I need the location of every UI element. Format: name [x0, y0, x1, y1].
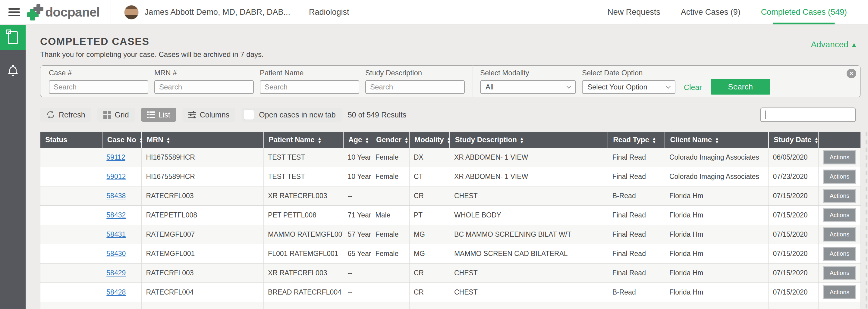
actions-button[interactable]: Actions [823, 208, 857, 222]
actions-button[interactable]: Actions [823, 285, 857, 299]
column-header-client-name[interactable]: Client Name▲▼ [665, 132, 769, 148]
actions-cell: Actions [818, 264, 861, 283]
column-header-actions [818, 132, 861, 148]
study-date-cell: 07/15/2020 [769, 206, 818, 225]
column-header-mrn[interactable]: MRN▲▼ [142, 132, 264, 148]
study-description-cell: WHOLE BODY [450, 206, 608, 225]
actions-button[interactable]: Actions [823, 247, 857, 261]
sidebar-item-cases[interactable] [0, 25, 26, 50]
case-number-link[interactable]: 58428 [106, 288, 126, 296]
patient-name-cell: MAMMO RATEMGFL007 [264, 225, 343, 244]
patient-name-cell: TEST TEST [264, 167, 343, 186]
refresh-button[interactable]: Refresh [40, 108, 91, 122]
grid-label: Grid [115, 110, 129, 119]
toolbar: Refresh Grid List Columns Open cases in … [40, 107, 861, 122]
mrn-cell: RATECRFL003 [142, 186, 264, 206]
case-number-link[interactable]: 58438 [106, 192, 126, 200]
case-number-link[interactable]: 58432 [106, 211, 126, 219]
column-header-case-no[interactable]: Case No▲▼ [102, 132, 142, 148]
column-header-modality[interactable]: Modality▲▼ [409, 132, 450, 148]
actions-button[interactable]: Actions [823, 266, 857, 280]
read-type-cell: B-Read [608, 283, 665, 302]
open-new-tab-option[interactable]: Open cases in new tab [241, 108, 341, 122]
status-cell [40, 264, 102, 283]
client-name-cell: Florida Hm [665, 283, 769, 302]
nav-new-requests[interactable]: New Requests [597, 0, 671, 24]
actions-button[interactable]: Actions [823, 189, 857, 203]
case-number-cell: 58428 [102, 283, 142, 302]
main-content: COMPLETED CASES Thank you for completing… [26, 25, 868, 309]
column-header-patient-name[interactable]: Patient Name▲▼ [264, 132, 343, 148]
date-option-select[interactable]: Select Your Option [582, 80, 675, 94]
read-type-cell: Final Read [608, 206, 665, 225]
study-date-cell: 07/15/2020 [769, 186, 818, 206]
case-number-link[interactable]: 59012 [106, 173, 126, 180]
grid-view-button[interactable]: Grid [97, 108, 135, 122]
modality-selected-value: All [486, 83, 494, 91]
user-block: James Abbott Demo, MD, DABR, DAB... Radi… [124, 5, 349, 20]
column-label: Case No [107, 136, 136, 144]
modality-cell: PT [409, 206, 450, 225]
read-type-cell: Final Read [608, 244, 665, 264]
clear-filters-link[interactable]: Clear [684, 83, 702, 92]
actions-button[interactable]: Actions [823, 170, 857, 184]
sort-icon: ▲▼ [521, 137, 523, 144]
column-header-study-description[interactable]: Study Description▲▼ [450, 132, 608, 148]
gender-cell [371, 283, 409, 302]
filter-group-mrn: MRN # [154, 69, 254, 94]
case-number-link[interactable]: 58430 [106, 250, 126, 258]
study-description-cell: CHEST [450, 264, 608, 283]
user-name[interactable]: James Abbott Demo, MD, DABR, DAB... [145, 7, 290, 17]
filter-search-button[interactable]: Search [711, 79, 770, 95]
study-description-input[interactable] [365, 80, 465, 94]
modality-select[interactable]: All [480, 80, 576, 94]
nav-active-cases[interactable]: Active Cases (9) [671, 0, 751, 24]
study-description-cell: MAMMO SCREEN CAD BILATERAL [450, 244, 608, 264]
column-label: Study Description [455, 136, 517, 144]
patient-name-input[interactable] [260, 80, 359, 94]
gender-cell: Female [371, 225, 409, 244]
status-cell [40, 206, 102, 225]
columns-button[interactable]: Columns [182, 108, 236, 122]
sort-icon: ▲▼ [447, 137, 450, 144]
case-number-cell: 58430 [102, 244, 142, 264]
column-label: Status [45, 136, 67, 144]
column-label: Read Type [613, 136, 649, 144]
mrn-input[interactable] [154, 80, 254, 94]
mrn-cell: HI1675589HCR [142, 167, 264, 186]
sort-icon: ▲▼ [167, 137, 170, 144]
scrollbar[interactable] [866, 132, 867, 309]
docpanel-logo[interactable]: docpanel [27, 4, 100, 21]
filter-group-date-option: Select Date Option Select Your Option [582, 69, 675, 94]
close-filters-icon[interactable]: × [846, 69, 856, 78]
column-header-read-type[interactable]: Read Type▲▼ [608, 132, 665, 148]
column-label: Patient Name [269, 136, 315, 144]
list-view-button[interactable]: List [141, 108, 176, 122]
column-header-gender[interactable]: Gender▲▼ [371, 132, 409, 148]
advanced-toggle[interactable]: Advanced ▲ [811, 40, 856, 49]
case-number-link[interactable]: 58431 [106, 230, 126, 238]
actions-button[interactable]: Actions [823, 150, 857, 165]
user-avatar[interactable] [124, 5, 138, 20]
case-number-link[interactable]: 58429 [106, 269, 126, 277]
sort-icon: ▲▼ [715, 137, 718, 144]
open-new-tab-checkbox[interactable] [244, 110, 254, 120]
mrn-cell: HI1675589HCR [142, 148, 264, 167]
gender-cell: Female [371, 244, 409, 264]
hamburger-menu-icon[interactable] [8, 6, 20, 18]
nav-completed-cases[interactable]: Completed Cases (549) [751, 0, 857, 24]
sort-icon: ▲▼ [366, 137, 368, 144]
table-row: 58431RATEMGFL007MAMMO RATEMGFL00757 Year… [40, 225, 861, 244]
study-date-cell: 07/15/2020 [769, 244, 818, 264]
status-cell [40, 167, 102, 186]
column-header-age[interactable]: Age▲▼ [343, 132, 371, 148]
case-number-cell: 58429 [102, 264, 142, 283]
quick-search-input[interactable] [760, 107, 856, 122]
column-header-study-date[interactable]: Study Date▲▼ [769, 132, 818, 148]
actions-button[interactable]: Actions [823, 228, 857, 242]
case-number-link[interactable]: 59112 [106, 153, 125, 161]
case-number-input[interactable] [49, 80, 148, 94]
modality-label: Select Modality [480, 69, 576, 77]
sidebar-item-notifications[interactable] [0, 58, 26, 84]
page-head: COMPLETED CASES Thank you for completing… [40, 36, 861, 59]
